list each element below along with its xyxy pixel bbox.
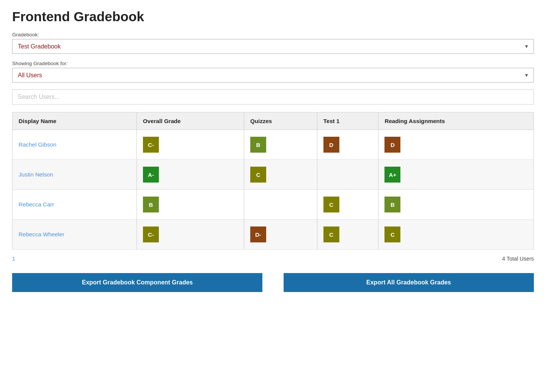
table-row: Justin NelsonA-CA+ [13,160,534,190]
user-filter-wrapper: All Users ▼ [12,68,534,83]
grade-badge: D- [250,226,266,242]
grade-badge: B [250,137,266,153]
table-row: Rachel GibsonC-BDD [13,130,534,160]
grade-badge: C- [143,137,159,153]
grade-badge: A- [143,167,159,183]
student-link[interactable]: Rebecca Wheeler [19,231,64,237]
table-row: Rebecca WheelerC-D-CC [13,220,534,250]
user-filter-select[interactable]: All Users [13,68,533,82]
student-link[interactable]: Rachel Gibson [19,141,56,148]
page-title: Frontend Gradebook [12,9,534,24]
export-all-button[interactable]: Export All Gradebook Grades [284,273,534,292]
grade-badge: D [384,137,400,153]
export-component-button[interactable]: Export Gradebook Component Grades [12,273,262,292]
grade-badge: B [384,197,400,212]
gradebook-select-wrapper: Test Gradebook ▼ [12,39,534,54]
student-link[interactable]: Rebecca Carr [19,201,54,208]
grade-badge: A+ [384,167,400,183]
grade-badge: C [323,197,339,212]
grade-badge: C [384,226,400,242]
grade-badge: B [143,197,159,212]
total-users: 4 Total Users [502,256,534,262]
col-reading: Reading Assignments [378,112,534,130]
col-test1: Test 1 [317,112,378,130]
student-link[interactable]: Justin Nelson [19,171,53,178]
col-quizzes: Quizzes [244,112,317,130]
export-buttons-row: Export Gradebook Component Grades Export… [12,273,534,292]
col-overall-grade: Overall Grade [136,112,244,130]
grade-badge: C- [143,226,159,242]
search-input[interactable] [12,89,534,105]
gradebook-table: Display Name Overall Grade Quizzes Test … [12,112,534,250]
pagination-row: 1 4 Total Users [12,256,534,262]
table-header-row: Display Name Overall Grade Quizzes Test … [13,112,534,130]
grade-badge: D [323,137,339,153]
page-1-link[interactable]: 1 [12,256,15,262]
grade-badge: C [323,226,339,242]
gradebook-select[interactable]: Test Gradebook [13,39,533,53]
table-row: Rebecca CarrBCB [13,190,534,220]
grade-badge: C [250,167,266,183]
col-display-name: Display Name [13,112,137,130]
showing-label: Showing Gradebook for: [12,61,534,66]
gradebook-label: Gradebook: [12,32,534,37]
